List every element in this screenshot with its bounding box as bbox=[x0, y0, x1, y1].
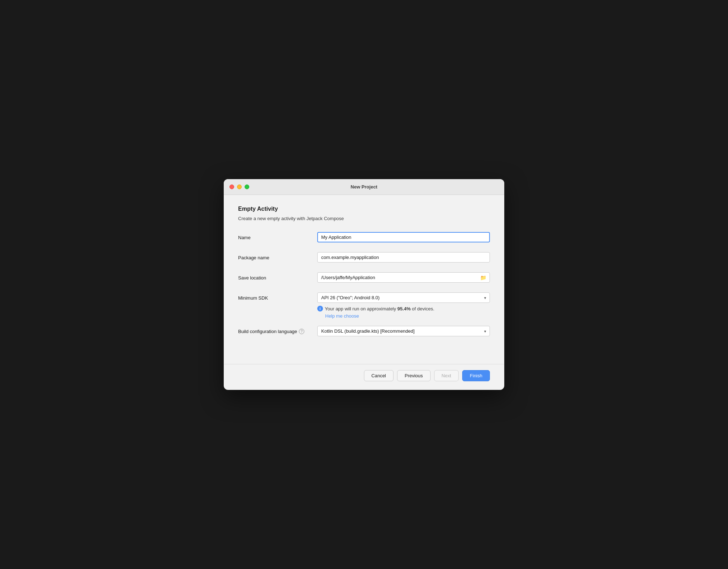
sdk-info-text: Your app will run on approximately 95.4%… bbox=[325, 306, 434, 311]
build-config-row: Build configuration language ? Kotlin DS… bbox=[238, 326, 490, 339]
info-icon: i bbox=[317, 306, 323, 311]
save-location-row: Save location 📁 bbox=[238, 272, 490, 285]
main-content: Empty Activity Create a new empty activi… bbox=[238, 206, 490, 350]
dialog-content: Empty Activity Create a new empty activi… bbox=[224, 195, 504, 357]
build-config-select[interactable]: Kotlin DSL (build.gradle.kts) [Recommend… bbox=[317, 326, 490, 336]
title-bar: New Project bbox=[224, 179, 504, 195]
folder-icon[interactable]: 📁 bbox=[480, 275, 486, 281]
minimize-button[interactable] bbox=[237, 185, 242, 189]
location-wrapper: 📁 bbox=[317, 272, 490, 283]
save-location-input[interactable] bbox=[317, 272, 490, 283]
build-config-field-wrapper: Kotlin DSL (build.gradle.kts) [Recommend… bbox=[317, 326, 490, 336]
minimum-sdk-field-wrapper: API 21 ("Lollipop"; Android 5.0) API 23 … bbox=[317, 292, 490, 319]
previous-button[interactable]: Previous bbox=[397, 370, 431, 381]
minimum-sdk-select-wrapper: API 21 ("Lollipop"; Android 5.0) API 23 … bbox=[317, 292, 490, 303]
traffic-lights bbox=[229, 185, 249, 189]
sdk-info: i Your app will run on approximately 95.… bbox=[317, 306, 490, 319]
close-button[interactable] bbox=[229, 185, 234, 189]
package-name-label: Package name bbox=[238, 252, 317, 260]
sdk-info-row: i Your app will run on approximately 95.… bbox=[317, 306, 434, 311]
package-name-field-wrapper bbox=[317, 252, 490, 263]
dialog-footer: Cancel Previous Next Finish bbox=[224, 364, 504, 390]
package-name-row: Package name bbox=[238, 252, 490, 265]
minimum-sdk-inner-row: Minimum SDK API 21 ("Lollipop"; Android … bbox=[238, 292, 490, 319]
name-field-wrapper bbox=[317, 232, 490, 242]
next-button: Next bbox=[434, 370, 459, 381]
name-row: Name bbox=[238, 232, 490, 245]
maximize-button[interactable] bbox=[245, 185, 249, 189]
save-location-label: Save location bbox=[238, 272, 317, 281]
activity-description: Create a new empty activity with Jetpack… bbox=[238, 216, 490, 221]
minimum-sdk-select[interactable]: API 21 ("Lollipop"; Android 5.0) API 23 … bbox=[317, 292, 490, 303]
save-location-field-wrapper: 📁 bbox=[317, 272, 490, 283]
name-label: Name bbox=[238, 232, 317, 240]
name-input[interactable] bbox=[317, 232, 490, 242]
build-config-select-wrapper: Kotlin DSL (build.gradle.kts) [Recommend… bbox=[317, 326, 490, 336]
minimum-sdk-row: Minimum SDK API 21 ("Lollipop"; Android … bbox=[238, 292, 490, 319]
build-config-label: Build configuration language ? bbox=[238, 326, 317, 334]
build-config-label-wrapper: Build configuration language ? bbox=[238, 329, 317, 334]
window-title: New Project bbox=[351, 184, 377, 190]
build-config-help-icon[interactable]: ? bbox=[299, 329, 304, 334]
minimum-sdk-label: Minimum SDK bbox=[238, 292, 317, 301]
activity-title: Empty Activity bbox=[238, 206, 490, 212]
help-me-choose-link[interactable]: Help me choose bbox=[325, 313, 359, 319]
package-name-input[interactable] bbox=[317, 252, 490, 263]
build-config-label-text: Build configuration language bbox=[238, 329, 297, 334]
finish-button[interactable]: Finish bbox=[462, 370, 490, 381]
cancel-button[interactable]: Cancel bbox=[364, 370, 393, 381]
new-project-dialog: New Project Empty Activity Create a new … bbox=[224, 179, 504, 390]
